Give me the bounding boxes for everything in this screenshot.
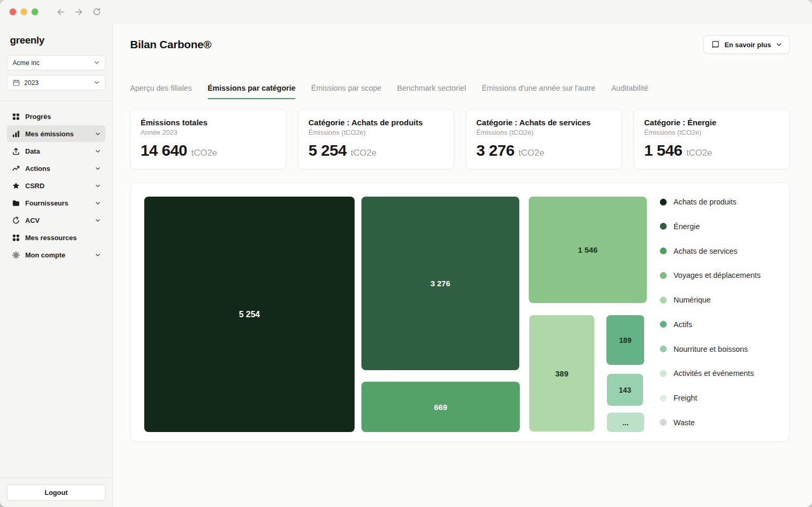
legend-swatch <box>660 419 667 426</box>
chart-legend: Achats de produits Énergie Achats de ser… <box>647 197 776 428</box>
legend-label: Waste <box>674 417 695 428</box>
legend-label: Nourriture et boissons <box>674 344 748 354</box>
tab-auditabilite[interactable]: Auditabilité <box>611 84 648 99</box>
sidebar-item-actions[interactable]: Actions <box>7 160 105 177</box>
book-icon <box>711 40 720 49</box>
legend-item-waste[interactable]: Waste <box>660 417 776 428</box>
minimize-window-button[interactable] <box>20 8 27 15</box>
legend-item-achats-de-services[interactable]: Achats de services <box>660 246 776 256</box>
legend-item-energie[interactable]: Énergie <box>660 221 776 232</box>
chevron-down-icon <box>94 60 100 66</box>
legend-swatch <box>660 395 667 402</box>
legend-item-freight[interactable]: Freight <box>660 393 776 403</box>
company-selector[interactable]: Acme inc <box>7 55 105 70</box>
treemap-chart: 5 254 3 276 669 1 546 389 189 143 ... <box>144 197 647 432</box>
treemap-block-energie[interactable]: 1 546 <box>529 197 647 303</box>
stat-card-unit: tCO2e <box>191 148 217 158</box>
treemap-block-achats-de-produits[interactable]: 5 254 <box>144 197 355 432</box>
sidebar-item-label: Mes émissions <box>25 130 74 138</box>
recycle-icon <box>12 217 20 224</box>
treemap-chart-card: 5 254 3 276 669 1 546 389 189 143 ... Ac… <box>130 182 790 442</box>
legend-label: Numérique <box>674 295 711 305</box>
tab-apercu-des-filiales[interactable]: Aperçu des filiales <box>130 84 192 99</box>
app-window: greenly Acme inc 2023 <box>0 0 812 507</box>
tab-bar: Aperçu des filiales Émissions par catégo… <box>130 84 790 99</box>
stat-card-unit: tCO2e <box>519 148 544 158</box>
stat-card-value: 14 640 <box>141 142 187 159</box>
grid-icon <box>12 113 20 121</box>
stat-card-title: Émissions totales <box>141 118 276 127</box>
sidebar-item-label: Data <box>25 147 40 155</box>
tab-emissions-par-scope[interactable]: Émissions par scope <box>311 84 381 99</box>
legend-swatch <box>660 321 667 328</box>
year-selector-value: 2023 <box>24 79 39 87</box>
stat-card-achats-de-services: Catégorie : Achats de services Émissions… <box>466 109 622 169</box>
treemap-block-143[interactable]: 143 <box>607 374 643 406</box>
stat-card-title: Catégorie : Énergie <box>644 118 779 127</box>
legend-item-achats-de-produits[interactable]: Achats de produits <box>660 197 776 207</box>
window-controls <box>9 8 38 15</box>
refresh-button[interactable] <box>90 5 103 19</box>
stat-card-subtitle: Émissions (tCO2e) <box>476 128 612 136</box>
legend-item-numerique[interactable]: Numérique <box>660 295 776 305</box>
year-selector[interactable]: 2023 <box>7 75 105 90</box>
sidebar-item-data[interactable]: Data <box>7 143 105 159</box>
sidebar-item-csrd[interactable]: CSRD <box>7 177 105 194</box>
tab-emissions-par-categorie[interactable]: Émissions par catégorie <box>208 84 296 99</box>
forward-button[interactable] <box>72 5 86 19</box>
legend-label: Voyages et déplacements <box>674 270 761 281</box>
treemap-block-389[interactable]: 389 <box>529 315 594 432</box>
sidebar-item-acv[interactable]: ACV <box>7 212 105 229</box>
treemap-block-669[interactable]: 669 <box>361 382 520 432</box>
browser-titlebar <box>0 0 812 24</box>
app-body: greenly Acme inc 2023 <box>0 24 812 507</box>
legend-label: Freight <box>674 393 697 403</box>
back-button[interactable] <box>54 5 68 19</box>
sidebar-item-label: CSRD <box>25 182 45 190</box>
page-header: Bilan Carbone® En savoir plus <box>130 35 790 54</box>
sidebar-item-label: Actions <box>25 165 50 172</box>
sidebar-item-label: Mes ressources <box>25 234 77 242</box>
legend-swatch <box>660 297 667 304</box>
sidebar-bottom: Logout <box>0 478 112 501</box>
gear-icon <box>12 251 20 259</box>
treemap-block-189[interactable]: 189 <box>606 315 644 365</box>
stat-card-energie: Catégorie : Énergie Émissions (tCO2e) 1 … <box>634 109 790 169</box>
legend-label: Actifs <box>674 319 692 330</box>
back-arrow-icon <box>56 7 66 17</box>
page-title: Bilan Carbone® <box>130 38 211 51</box>
legend-swatch <box>660 346 667 352</box>
stat-card-subtitle: Émissions (tCO2e) <box>308 128 444 136</box>
close-window-button[interactable] <box>9 8 16 15</box>
trend-icon <box>12 165 20 172</box>
stat-card-emissions-totales: Émissions totales Année 2023 14 640 tCO2… <box>130 109 286 169</box>
chevron-down-icon <box>776 41 782 48</box>
sidebar-item-mes-emissions[interactable]: Mes émissions <box>7 125 105 142</box>
stat-cards-row: Émissions totales Année 2023 14 640 tCO2… <box>130 109 790 169</box>
learn-more-button[interactable]: En savoir plus <box>703 35 790 54</box>
tab-benchmark-sectoriel[interactable]: Benchmark sectoriel <box>397 84 466 99</box>
legend-item-voyages-et-deplacements[interactable]: Voyages et déplacements <box>660 270 776 281</box>
sidebar-item-mes-ressources[interactable]: Mes ressources <box>7 229 105 246</box>
sidebar-item-fournisseurs[interactable]: Fournisseurs <box>7 195 105 211</box>
greenly-logo: greenly <box>7 30 105 55</box>
treemap-block-more[interactable]: ... <box>607 413 644 432</box>
legend-item-nourriture-et-boissons[interactable]: Nourriture et boissons <box>660 344 776 354</box>
stat-card-value: 1 546 <box>644 142 682 159</box>
chevron-down-icon <box>95 183 101 189</box>
browser-nav-buttons <box>54 5 103 19</box>
stat-card-subtitle: Année 2023 <box>141 128 276 136</box>
treemap-block-achats-de-services[interactable]: 3 276 <box>361 197 519 370</box>
stat-card-value: 5 254 <box>308 142 347 159</box>
main-content: Bilan Carbone® En savoir plus Aperçu des… <box>113 24 812 507</box>
stat-card-unit: tCO2e <box>351 148 377 158</box>
legend-swatch <box>660 370 667 377</box>
logout-button[interactable]: Logout <box>7 484 105 501</box>
zoom-window-button[interactable] <box>31 8 38 15</box>
legend-item-actifs[interactable]: Actifs <box>660 319 776 330</box>
sidebar-item-mon-compte[interactable]: Mon compte <box>7 246 105 263</box>
legend-item-activites-et-evenements[interactable]: Activités et événements <box>660 368 776 379</box>
sidebar-item-progres[interactable]: Progrès <box>7 108 105 125</box>
tab-emissions-annee-sur-autre[interactable]: Émissions d'une année sur l'autre <box>482 84 595 99</box>
chevron-down-icon <box>95 166 101 171</box>
